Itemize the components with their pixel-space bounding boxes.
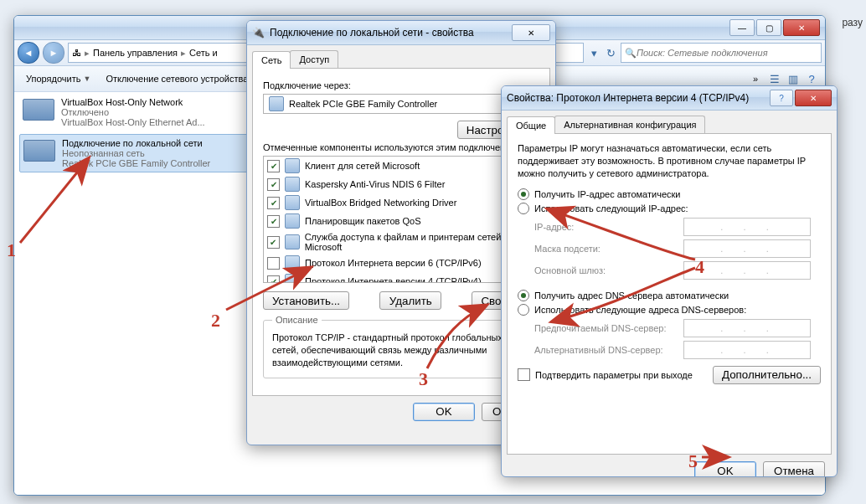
radio-auto-dns[interactable]: Получить адрес DNS-сервера автоматически xyxy=(518,290,821,301)
component-name: Kaspersky Anti-Virus NDIS 6 Filter xyxy=(305,179,445,189)
dns2-input: . . . xyxy=(683,341,811,359)
close-button[interactable]: ✕ xyxy=(783,19,820,36)
item-name: Подключение по локальной сети xyxy=(62,138,210,148)
radio-auto-ip[interactable]: Получить IP-адрес автоматически xyxy=(518,188,821,200)
component-name: Планировщик пакетов QoS xyxy=(305,216,421,226)
radio-icon xyxy=(518,290,529,301)
radio-icon xyxy=(518,188,529,200)
dns1-input: . . . xyxy=(683,319,811,337)
validate-checkbox[interactable] xyxy=(518,368,530,381)
search-icon: 🔍 xyxy=(625,48,637,59)
preview-pane-icon[interactable]: ▥ xyxy=(786,72,800,85)
mask-label: Маска подсети: xyxy=(534,244,677,254)
component-checkbox[interactable]: ✔ xyxy=(267,178,280,191)
component-checkbox[interactable]: ✔ xyxy=(267,236,280,249)
connect-via-label: Подключение через: xyxy=(263,80,539,90)
radio-manual-ip-label: Использовать следующий IP-адрес: xyxy=(534,203,688,213)
component-row[interactable]: ✔Kaspersky Anti-Virus NDIS 6 Filter xyxy=(264,175,539,193)
ipv4-properties-dialog: Свойства: Протокол Интернета версии 4 (T… xyxy=(501,85,838,477)
component-checkbox[interactable]: ✔ xyxy=(267,275,280,284)
component-name: Протокол Интернета версии 4 (TCP/IPv4) xyxy=(305,276,482,283)
item-device: Realtek PCIe GBE Family Controller xyxy=(62,158,210,168)
component-icon xyxy=(285,158,300,173)
component-checkbox[interactable] xyxy=(267,257,280,270)
ipv4-intro: Параметры IP могут назначаться автоматич… xyxy=(518,142,821,180)
background-text: разу xyxy=(842,17,863,28)
dialog-tabs: Сеть Доступ xyxy=(252,50,550,69)
component-icon xyxy=(285,213,300,229)
dialog-titlebar: 🔌 Подключение по локальной сети - свойст… xyxy=(247,21,555,45)
back-button[interactable]: ◄ xyxy=(18,42,39,64)
disable-device-button[interactable]: Отключение сетевого устройства xyxy=(101,72,253,85)
dialog-title: Подключение по локальной сети - свойства xyxy=(270,27,474,39)
ipv4-help-button[interactable]: ? xyxy=(770,90,793,106)
more-commands[interactable]: » xyxy=(748,72,763,85)
radio-manual-dns[interactable]: Использовать следующие адреса DNS-сервер… xyxy=(518,304,821,316)
annotation-3: 3 xyxy=(419,368,428,390)
component-checkbox[interactable]: ✔ xyxy=(267,160,280,172)
description-text: Протокол TCP/IP - стандартный протокол г… xyxy=(272,332,530,369)
breadcrumb-segment[interactable]: Сеть и xyxy=(189,48,218,58)
radio-icon xyxy=(518,304,529,316)
refresh-icon[interactable]: ↻ xyxy=(604,46,617,59)
component-row[interactable]: ✔VirtualBox Bridged Networking Driver xyxy=(264,193,539,212)
maximize-button[interactable]: ▢ xyxy=(756,19,781,36)
item-name: VirtualBox Host-Only Network xyxy=(61,97,205,107)
adapter-name: Realtek PCIe GBE Family Controller xyxy=(289,99,437,109)
search-placeholder: Поиск: Сетевые подключения xyxy=(637,48,768,58)
item-status: Отключено xyxy=(61,107,205,117)
dns2-label: Альтернативный DNS-сервер: xyxy=(534,345,677,355)
component-row[interactable]: ✔Клиент для сетей Microsoft xyxy=(264,157,539,175)
radio-manual-ip[interactable]: Использовать следующий IP-адрес: xyxy=(518,203,821,214)
annotation-1: 1 xyxy=(7,239,16,261)
uninstall-button[interactable]: Удалить xyxy=(379,291,441,310)
gw-label: Основной шлюз: xyxy=(534,265,677,275)
adapter-field: Realtek PCIe GBE Family Controller xyxy=(263,94,539,114)
tab-general[interactable]: Общие xyxy=(507,116,555,134)
advanced-button[interactable]: Дополнительно... xyxy=(713,366,821,384)
component-row[interactable]: Протокол Интернета версии 6 (TCP/IPv6) xyxy=(264,254,539,272)
component-name: VirtualBox Bridged Networking Driver xyxy=(305,198,456,208)
ip-label: IP-адрес: xyxy=(534,222,677,232)
description-label: Описание xyxy=(272,315,322,325)
components-list[interactable]: ✔Клиент для сетей Microsoft✔Kaspersky An… xyxy=(263,156,539,283)
ipv4-close-button[interactable]: ✕ xyxy=(795,90,832,106)
component-icon xyxy=(285,195,300,210)
adapter-icon xyxy=(269,96,284,111)
folder-icon: 🖧 xyxy=(72,48,81,58)
dropdown-history-icon[interactable]: ▾ xyxy=(587,46,601,59)
organize-menu[interactable]: Упорядочить ▼ xyxy=(21,72,95,85)
component-checkbox[interactable]: ✔ xyxy=(267,197,280,209)
install-button[interactable]: Установить... xyxy=(263,291,349,310)
component-checkbox[interactable]: ✔ xyxy=(267,215,280,228)
component-row[interactable]: ✔Протокол Интернета версии 4 (TCP/IPv4) xyxy=(264,272,539,283)
ipv4-ok-button[interactable]: OK xyxy=(694,461,756,477)
component-name: Клиент для сетей Microsoft xyxy=(305,161,420,171)
component-row[interactable]: ✔Служба доступа к файлам и принтерам сет… xyxy=(264,230,539,254)
help-icon[interactable]: ? xyxy=(805,72,818,85)
components-label: Отмеченные компоненты используются этим … xyxy=(263,142,539,152)
description-group: Описание Протокол TCP/IP - стандартный п… xyxy=(263,315,539,378)
forward-button[interactable]: ► xyxy=(43,42,64,64)
item-device: VirtualBox Host-Only Ethernet Ad... xyxy=(61,117,205,127)
tab-alt-config[interactable]: Альтернативная конфигурация xyxy=(554,116,705,133)
validate-label: Подтвердить параметры при выходе xyxy=(535,370,693,380)
minimize-button[interactable]: — xyxy=(729,19,755,36)
chevron-down-icon: ▼ xyxy=(83,75,90,83)
component-icon xyxy=(285,255,300,270)
ipv4-content: Параметры IP могут назначаться автоматич… xyxy=(507,134,832,455)
search-input[interactable]: 🔍 Поиск: Сетевые подключения xyxy=(621,43,822,63)
organize-label: Упорядочить xyxy=(26,74,80,84)
component-row[interactable]: ✔Планировщик пакетов QoS xyxy=(264,212,539,230)
tab-sharing[interactable]: Доступ xyxy=(290,50,338,68)
radio-manual-dns-label: Использовать следующие адреса DNS-сервер… xyxy=(534,305,746,315)
ip-input: . . . xyxy=(683,218,811,236)
network-adapter-icon xyxy=(23,99,54,121)
dialog-close-button[interactable]: ✕ xyxy=(512,24,550,41)
breadcrumb-segment[interactable]: Панель управления xyxy=(93,48,178,58)
ipv4-cancel-button[interactable]: Отмена xyxy=(763,461,825,477)
ok-button[interactable]: OK xyxy=(413,403,475,421)
item-status: Неопознанная сеть xyxy=(62,148,210,158)
tab-network[interactable]: Сеть xyxy=(252,51,291,69)
view-icon[interactable]: ☰ xyxy=(768,72,781,85)
